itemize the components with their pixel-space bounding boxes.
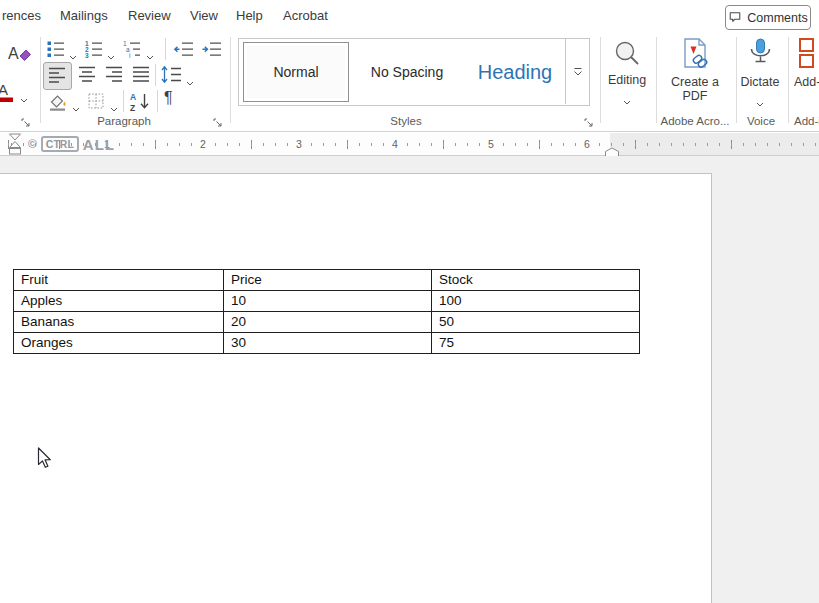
align-center-icon [78,66,96,83]
font-dialog-launcher-icon[interactable] [21,114,33,126]
button-divider [165,38,166,60]
editing-label: Editing [600,73,654,87]
create-pdf-button[interactable] [677,37,713,77]
document-area: Fruit Price Stock Apples 10 100 Bananas … [0,156,819,603]
table-cell[interactable]: Apples [14,291,224,312]
group-divider [656,37,657,123]
svg-text:Z: Z [130,103,135,113]
align-right-button[interactable] [105,66,123,87]
editing-button[interactable] [612,39,642,73]
indent-marker-icon [6,133,26,155]
increase-indent-icon [201,39,223,59]
styles-gallery: Normal No Spacing Heading [238,38,590,106]
style-heading[interactable]: Heading [465,39,565,105]
comments-label: Comments [747,11,807,25]
comment-icon [728,11,742,24]
line-spacing-button[interactable] [161,65,183,88]
group-divider [40,37,41,123]
table-cell[interactable]: 30 [224,333,432,354]
ribbon: A A 1 2 [0,33,819,132]
svg-text:i: i [129,52,130,59]
table-cell[interactable]: Bananas [14,312,224,333]
tab-view[interactable]: View [190,8,218,23]
numbering-icon: 1 2 3 [84,39,104,59]
styles-group-label: Styles [376,115,436,127]
clear-formatting-icon: A [6,41,32,67]
show-paragraph-marks-button[interactable]: ¶ [164,89,173,107]
ruler-number: 3 [293,133,305,155]
adobe-group-label: Adobe Acro... [655,115,735,127]
chevron-down-icon[interactable] [110,98,118,116]
table-header-row: Fruit Price Stock [14,270,640,291]
paragraph-dialog-launcher-icon[interactable] [213,114,225,126]
comments-button[interactable]: Comments [725,5,811,30]
table-cell[interactable]: 75 [432,333,640,354]
font-color-icon: A [0,79,18,105]
justify-button[interactable] [132,66,150,87]
create-pdf-icon [677,37,713,73]
add-ins-button[interactable] [796,37,819,75]
ruler[interactable]: 1 2 3 4 5 6 © CTRL ALL [0,133,819,156]
dictate-button[interactable] [745,37,775,75]
add-ins-icon [796,37,819,71]
table-cell[interactable]: 100 [432,291,640,312]
table-header-cell[interactable]: Price [224,270,432,291]
svg-text:3: 3 [85,52,89,59]
dictate-label: Dictate [735,75,785,89]
style-no-spacing[interactable]: No Spacing [351,39,463,105]
clear-formatting-button[interactable]: A [6,41,32,71]
svg-text:A: A [8,45,19,62]
ruler-ticks [0,133,819,155]
shading-icon [47,91,69,112]
tab-mailings[interactable]: Mailings [60,8,108,23]
font-color-button[interactable]: A [0,79,18,109]
chevron-down-icon[interactable] [146,46,154,64]
document-page[interactable] [0,173,712,603]
align-left-icon [48,67,66,84]
mouse-cursor-icon [37,447,54,474]
table-cell[interactable]: 50 [432,312,640,333]
table-header-cell[interactable]: Fruit [14,270,224,291]
button-divider [123,90,124,112]
shading-button[interactable] [47,91,69,116]
table-header-cell[interactable]: Stock [432,270,640,291]
table-cell[interactable]: Oranges [14,333,224,354]
align-left-button[interactable] [43,62,72,90]
table-cell[interactable]: 10 [224,291,432,312]
word-window: rences Mailings Review View Help Acrobat… [0,0,819,603]
watermark-copyright: © [28,137,37,151]
table-cell[interactable]: 20 [224,312,432,333]
increase-indent-button[interactable] [201,39,223,63]
tab-acrobat[interactable]: Acrobat [283,8,328,23]
group-divider [788,37,789,123]
chevron-down-icon[interactable] [186,72,194,90]
voice-group-label: Voice [740,115,782,127]
ruler-number: 2 [197,133,209,155]
align-right-icon [105,66,123,83]
align-center-button[interactable] [78,66,96,87]
chevron-down-icon[interactable] [107,46,115,64]
watermark-all-text: ALL [83,136,115,153]
chevron-down-icon[interactable] [623,91,631,109]
fruit-table: Fruit Price Stock Apples 10 100 Bananas … [13,269,640,354]
chevron-down-icon[interactable] [756,93,764,111]
chevron-down-icon[interactable] [72,98,80,116]
chevron-down-icon[interactable] [20,89,28,107]
decrease-indent-button[interactable] [173,39,195,63]
borders-button[interactable] [86,91,106,115]
tab-help[interactable]: Help [236,8,263,23]
tab-review[interactable]: Review [128,8,171,23]
add-ins-label: Add-ins [794,75,819,89]
table-row: Oranges 30 75 [14,333,640,354]
multilevel-list-button[interactable]: 1 a i [122,39,142,63]
bullets-button[interactable] [46,39,66,63]
tab-references[interactable]: rences [2,8,41,23]
search-icon [612,39,642,69]
decrease-indent-icon [173,39,195,59]
styles-dialog-launcher-icon[interactable] [584,114,596,126]
styles-more-button[interactable] [565,39,589,104]
numbering-button[interactable]: 1 2 3 [84,39,104,63]
sort-button[interactable]: A Z [129,91,151,116]
button-divider [155,64,156,86]
style-normal[interactable]: Normal [243,42,349,102]
